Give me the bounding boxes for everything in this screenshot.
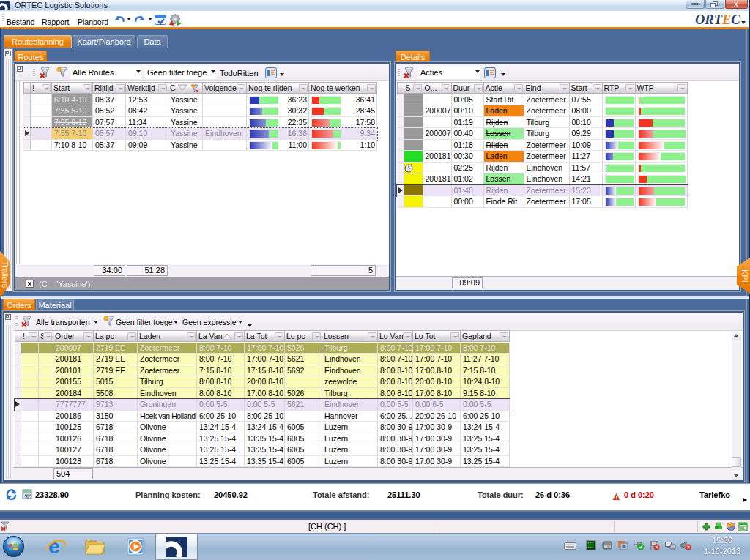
svg-text:vm: vm — [604, 543, 612, 548]
svg-text:e: e — [48, 535, 60, 557]
